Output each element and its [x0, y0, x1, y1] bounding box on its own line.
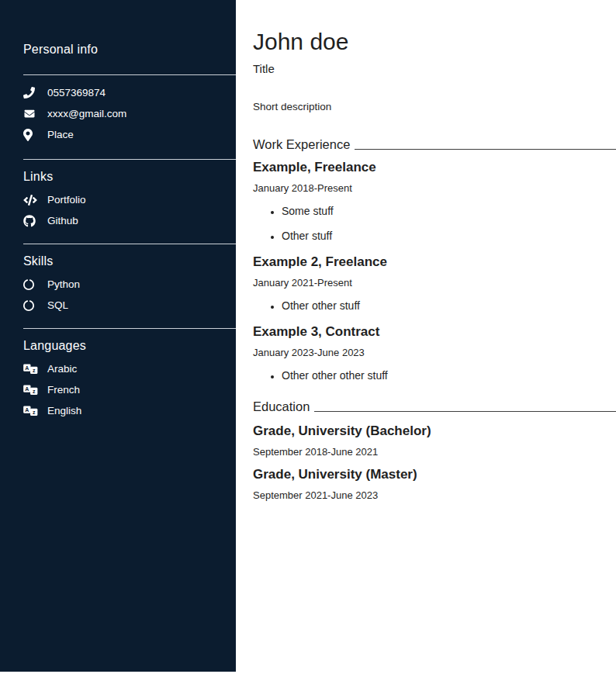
code-icon [23, 195, 38, 206]
circle-notch-icon [23, 279, 38, 290]
sidebar-divider [23, 328, 236, 329]
svg-text:A: A [25, 385, 29, 391]
svg-text:z: z [33, 368, 36, 373]
skill-python-label: Python [47, 278, 80, 290]
email-address: xxxx@gmail.com [47, 108, 126, 119]
sidebar-divider [23, 159, 236, 160]
github-icon [23, 215, 38, 227]
education-entry-period: September 2021-June 2023 [253, 489, 616, 501]
links-heading: Links [23, 169, 236, 184]
languages-heading: Languages [23, 338, 236, 353]
language-english: A z English [23, 400, 236, 421]
contact-list: 0557369874 xxxx@gmail.com Place [23, 82, 236, 145]
skills-list: Python SQL [23, 274, 236, 316]
section-rule [355, 149, 616, 150]
language-arabic-label: Arabic [47, 363, 77, 375]
skill-sql: SQL [23, 295, 236, 316]
svg-text:A: A [25, 406, 29, 412]
language-icon: A z [23, 385, 38, 396]
candidate-title: Title [253, 62, 616, 76]
sidebar-divider [23, 244, 236, 244]
links-list: Portfolio Github [23, 189, 236, 231]
education-entry: Grade, University (Bachelor) September 2… [253, 423, 616, 458]
language-arabic: A z Arabic [23, 358, 236, 379]
education-entry-title: Grade, University (Bachelor) [253, 423, 616, 439]
skills-heading: Skills [23, 254, 236, 268]
sidebar-divider [23, 74, 236, 75]
education-entry: Grade, University (Master) September 202… [253, 467, 616, 501]
work-entry: Example 3, Contract January 2023-June 20… [253, 324, 616, 382]
language-french: A z French [23, 379, 236, 400]
link-portfolio[interactable]: Portfolio [23, 189, 236, 210]
github-link-label: Github [47, 215, 78, 226]
work-entry-bullets: Some stuff Other stuff [253, 205, 616, 242]
contact-place: Place [23, 124, 236, 145]
phone-icon [23, 87, 38, 99]
languages-list: A z Arabic A z French [23, 358, 236, 421]
main-content: John doe Title Short description Work Ex… [236, 0, 616, 674]
resume-page: Personal info 0557369874 xxxx@gmail.com … [0, 0, 616, 674]
work-entry-period: January 2021-Present [253, 277, 616, 289]
place-label: Place [47, 129, 74, 140]
section-rule [314, 411, 616, 412]
svg-text:z: z [33, 389, 36, 394]
svg-text:A: A [25, 365, 29, 370]
work-experience-heading: Work Experience [253, 137, 616, 152]
circle-notch-icon [23, 300, 38, 311]
contact-phone: 0557369874 [23, 82, 236, 103]
sidebar: Personal info 0557369874 xxxx@gmail.com … [0, 0, 236, 672]
education-entry-title: Grade, University (Master) [253, 467, 616, 482]
personal-info-heading: Personal info [23, 42, 236, 57]
work-entry-title: Example, Freelance [253, 160, 616, 175]
language-french-label: French [47, 384, 80, 396]
location-pin-icon [23, 129, 38, 141]
work-entry-period: January 2023-June 2023 [253, 347, 616, 358]
work-entry-bullets: Other other stuff [253, 299, 616, 312]
work-entry-bullets: Other other other stuff [253, 369, 616, 382]
work-entry-title: Example 2, Freelance [253, 254, 616, 270]
education-heading: Education [253, 399, 616, 414]
education-entry-period: September 2018-June 2021 [253, 446, 616, 458]
language-english-label: English [47, 405, 81, 416]
contact-email: xxxx@gmail.com [23, 103, 236, 124]
envelope-icon [23, 109, 38, 119]
bullet-item: Other other other stuff [282, 369, 616, 382]
phone-number: 0557369874 [47, 87, 106, 99]
work-experience-heading-label: Work Experience [253, 137, 350, 152]
language-icon: A z [23, 364, 38, 375]
skill-python: Python [23, 274, 236, 295]
work-entry: Example 2, Freelance January 2021-Presen… [253, 254, 616, 312]
short-description: Short description [253, 101, 616, 113]
skill-sql-label: SQL [47, 299, 68, 311]
portfolio-link-label: Portfolio [47, 194, 86, 206]
work-entry: Example, Freelance January 2018-Present … [253, 160, 616, 242]
link-github[interactable]: Github [23, 210, 236, 231]
language-icon: A z [23, 406, 38, 416]
education-heading-label: Education [253, 399, 310, 414]
work-entry-title: Example 3, Contract [253, 324, 616, 340]
work-entry-period: January 2018-Present [253, 182, 616, 194]
bullet-item: Other stuff [282, 230, 616, 242]
bullet-item: Other other stuff [282, 299, 616, 312]
svg-text:z: z [33, 410, 36, 415]
bullet-item: Some stuff [282, 205, 616, 217]
candidate-name: John doe [253, 29, 616, 55]
